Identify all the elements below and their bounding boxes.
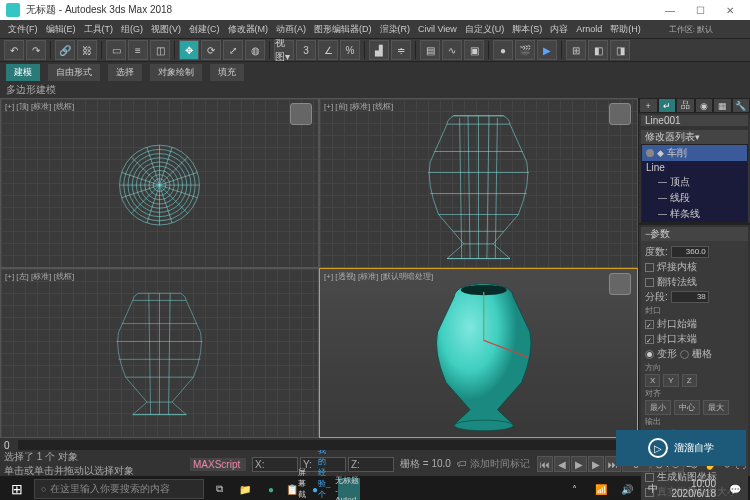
select-button[interactable]: ▭ bbox=[106, 40, 126, 60]
modifier-list-dropdown[interactable]: 修改器列表 ▾ bbox=[641, 130, 748, 144]
panel-tab-display[interactable]: ▦ bbox=[713, 98, 732, 113]
task-view-icon[interactable]: ⧉ bbox=[208, 478, 230, 500]
link-button[interactable]: 🔗 bbox=[55, 40, 75, 60]
taskbar-app[interactable]: 无标题 - Autod... bbox=[338, 478, 360, 500]
rollout-header[interactable]: − 参数 bbox=[641, 227, 748, 241]
menu-item[interactable]: 工具(T) bbox=[80, 23, 118, 36]
schematic-button[interactable]: ▣ bbox=[464, 40, 484, 60]
panel-tab-utilities[interactable]: 🔧 bbox=[732, 98, 751, 113]
menu-item[interactable]: 内容 bbox=[546, 23, 572, 36]
degrees-spinner[interactable]: 360.0 bbox=[671, 246, 709, 258]
viewport-label[interactable]: [+] [透视] [标准] [默认明暗处理] bbox=[324, 271, 433, 282]
menu-item[interactable]: 视图(V) bbox=[147, 23, 185, 36]
panel-tab-motion[interactable]: ◉ bbox=[695, 98, 714, 113]
panel-tab-modify[interactable]: ↵ bbox=[658, 98, 677, 113]
viewport-front[interactable]: [+] [前] [标准] [线框] bbox=[319, 98, 638, 268]
material-editor-button[interactable]: ● bbox=[493, 40, 513, 60]
cap-start-checkbox[interactable] bbox=[645, 320, 654, 329]
coord-z[interactable]: Z: bbox=[348, 457, 394, 472]
taskbar-app[interactable]: 📋 屏幕截图 bbox=[286, 478, 308, 500]
menu-item[interactable]: 自定义(U) bbox=[461, 23, 509, 36]
tray-up-icon[interactable]: ˄ bbox=[564, 478, 586, 500]
panel-tab-hierarchy[interactable]: 品 bbox=[676, 98, 695, 113]
taskbar-clock[interactable]: 10:002020/6/18 bbox=[668, 479, 721, 499]
eye-icon[interactable] bbox=[646, 149, 654, 157]
menu-item[interactable]: 脚本(S) bbox=[508, 23, 546, 36]
weld-checkbox[interactable] bbox=[645, 263, 654, 272]
menu-item[interactable]: 动画(A) bbox=[272, 23, 310, 36]
morph-radio[interactable] bbox=[645, 350, 654, 359]
viewcube-icon[interactable] bbox=[609, 103, 631, 125]
tab-populate[interactable]: 填充 bbox=[210, 64, 244, 81]
align-center-button[interactable]: 中心 bbox=[674, 400, 700, 415]
menu-item[interactable]: 文件(F) bbox=[4, 23, 42, 36]
menu-item[interactable]: Civil View bbox=[414, 24, 461, 34]
close-button[interactable]: ✕ bbox=[716, 1, 744, 19]
viewport-left[interactable]: [+] [左] [标准] [线框] bbox=[0, 268, 319, 438]
workspace-label[interactable]: 工作区: 默认 bbox=[665, 24, 717, 35]
menu-item[interactable]: 组(G) bbox=[117, 23, 147, 36]
tab-modeling[interactable]: 建模 bbox=[6, 64, 40, 81]
align-min-button[interactable]: 最小 bbox=[645, 400, 671, 415]
toolbar-extra-icon[interactable]: ⊞ bbox=[566, 40, 586, 60]
align-button[interactable]: ≑ bbox=[391, 40, 411, 60]
select-region-button[interactable]: ◫ bbox=[150, 40, 170, 60]
menu-item[interactable]: 修改器(M) bbox=[224, 23, 273, 36]
panel-tab-create[interactable]: + bbox=[639, 98, 658, 113]
select-name-button[interactable]: ≡ bbox=[128, 40, 148, 60]
ref-coord-button[interactable]: 视图▾ bbox=[274, 40, 294, 60]
taskbar-app[interactable]: ● bbox=[260, 478, 282, 500]
menu-item[interactable]: 渲染(R) bbox=[376, 23, 415, 36]
viewport-label[interactable]: [+] [顶] [标准] [线框] bbox=[5, 101, 74, 112]
viewcube-icon[interactable] bbox=[290, 103, 312, 125]
show-end-result-button[interactable] bbox=[661, 223, 683, 225]
explorer-icon[interactable]: 📁 bbox=[234, 478, 256, 500]
angle-snap-toggle[interactable]: ∠ bbox=[318, 40, 338, 60]
minimize-button[interactable]: — bbox=[656, 1, 684, 19]
curve-editor-button[interactable]: ∿ bbox=[442, 40, 462, 60]
cap-end-checkbox[interactable] bbox=[645, 335, 654, 344]
move-button[interactable]: ✥ bbox=[179, 40, 199, 60]
undo-button[interactable]: ↶ bbox=[4, 40, 24, 60]
play-button[interactable]: ▶ bbox=[571, 456, 587, 472]
coord-x[interactable]: X: bbox=[252, 457, 298, 472]
percent-snap-toggle[interactable]: % bbox=[340, 40, 360, 60]
pin-stack-button[interactable] bbox=[639, 223, 661, 225]
configure-sets-button[interactable] bbox=[728, 223, 750, 225]
mirror-button[interactable]: ▟ bbox=[369, 40, 389, 60]
toolbar-extra-icon[interactable]: ◧ bbox=[588, 40, 608, 60]
snap-toggle[interactable]: 3 bbox=[296, 40, 316, 60]
viewport-top[interactable]: [+] [顶] [标准] [线框] bbox=[0, 98, 319, 268]
viewport-label[interactable]: [+] [前] [标准] [线框] bbox=[324, 101, 393, 112]
dir-y-button[interactable]: Y bbox=[663, 374, 678, 387]
segments-spinner[interactable]: 38 bbox=[671, 291, 709, 303]
tab-selection[interactable]: 选择 bbox=[108, 64, 142, 81]
modifier-stack[interactable]: ◆ 车削 Line — 顶点 — 线段 — 样条线 bbox=[641, 144, 748, 223]
maxscript-button[interactable]: MAXScript bbox=[190, 458, 246, 471]
start-button[interactable]: ⊞ bbox=[4, 476, 30, 500]
menu-item[interactable]: Arnold bbox=[572, 24, 606, 34]
notifications-icon[interactable]: 💬 bbox=[724, 478, 746, 500]
tray-ime-icon[interactable]: 中 bbox=[642, 478, 664, 500]
render-button[interactable]: ▶ bbox=[537, 40, 557, 60]
render-setup-button[interactable]: 🎬 bbox=[515, 40, 535, 60]
flip-checkbox[interactable] bbox=[645, 278, 654, 287]
align-max-button[interactable]: 最大 bbox=[703, 400, 729, 415]
maximize-button[interactable]: ☐ bbox=[686, 1, 714, 19]
viewport-perspective[interactable]: [+] [透视] [标准] [默认明暗处理] bbox=[319, 268, 638, 438]
tab-freeform[interactable]: 自由形式 bbox=[48, 64, 100, 81]
tab-paint[interactable]: 对象绘制 bbox=[150, 64, 202, 81]
goto-start-button[interactable]: ⏮ bbox=[537, 456, 553, 472]
remove-modifier-button[interactable] bbox=[706, 223, 728, 225]
tray-network-icon[interactable]: 📶 bbox=[590, 478, 612, 500]
menu-item[interactable]: 编辑(E) bbox=[42, 23, 80, 36]
grid-radio[interactable] bbox=[680, 350, 689, 359]
scale-button[interactable]: ⤢ bbox=[223, 40, 243, 60]
next-frame-button[interactable]: ▶ bbox=[588, 456, 604, 472]
object-name-field[interactable]: Line001 bbox=[641, 115, 748, 126]
layer-explorer-button[interactable]: ▤ bbox=[420, 40, 440, 60]
menu-item[interactable]: 创建(C) bbox=[185, 23, 224, 36]
taskbar-app[interactable]: ● 我的经验_个人中心... bbox=[312, 478, 334, 500]
taskbar-search[interactable]: ○ 在这里输入你要搜索的内容 bbox=[34, 479, 204, 499]
prev-frame-button[interactable]: ◀ bbox=[554, 456, 570, 472]
